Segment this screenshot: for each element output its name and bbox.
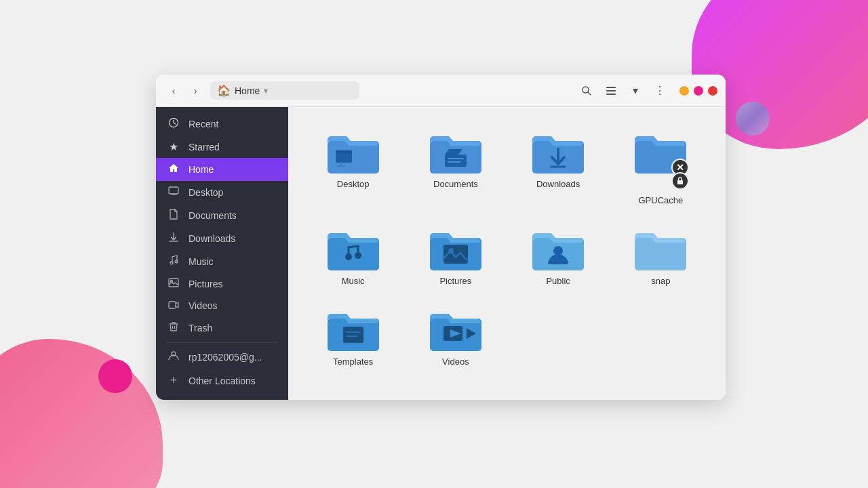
- view-icon: [606, 85, 616, 96]
- chevron-down-icon: ▾: [264, 86, 268, 96]
- sidebar-label-music: Music: [189, 256, 214, 267]
- folder-gpucache-label: GPUCache: [639, 195, 684, 205]
- folder-documents-icon: [429, 130, 483, 175]
- sidebar-item-videos[interactable]: Videos: [156, 295, 288, 317]
- folder-documents[interactable]: Documents: [407, 121, 504, 212]
- home-icon: 🏠: [217, 84, 231, 97]
- folder-pictures[interactable]: Pictures: [407, 218, 504, 293]
- folder-snap-icon: [633, 227, 688, 272]
- svg-rect-39: [635, 238, 686, 270]
- sidebar-item-starred[interactable]: ★ Starred: [156, 136, 288, 158]
- search-button[interactable]: [576, 81, 597, 101]
- lock-badge: [671, 172, 689, 190]
- pictures-icon: [167, 278, 180, 290]
- svg-rect-2: [606, 87, 616, 88]
- sidebar-label-trash: Trash: [189, 323, 212, 333]
- view-options-button[interactable]: ▾: [625, 81, 646, 101]
- sidebar-label-videos: Videos: [189, 300, 218, 311]
- svg-rect-14: [169, 302, 176, 308]
- folder-music-icon: [326, 227, 380, 272]
- sidebar-item-downloads[interactable]: Downloads: [156, 227, 288, 250]
- back-button[interactable]: ‹: [164, 81, 183, 100]
- main-content: Desktop Documents: [288, 107, 726, 400]
- folder-gpucache-icon: ✕: [633, 130, 688, 175]
- svg-line-1: [588, 92, 591, 95]
- sidebar-item-recent[interactable]: Recent: [156, 113, 288, 136]
- sidebar-item-desktop[interactable]: Desktop: [156, 181, 288, 204]
- maximize-button[interactable]: [694, 86, 703, 96]
- more-button[interactable]: ⋮: [650, 81, 670, 101]
- svg-rect-31: [328, 238, 379, 270]
- view-toggle-button[interactable]: [601, 81, 621, 101]
- forward-button[interactable]: ›: [186, 81, 205, 100]
- folder-templates-label: Templates: [333, 357, 373, 367]
- sidebar-label-pictures: Pictures: [189, 279, 223, 289]
- desktop-icon: [167, 186, 180, 199]
- downloads-icon: [167, 232, 180, 245]
- recent-icon: [167, 117, 180, 131]
- minimize-button[interactable]: [679, 86, 689, 96]
- folder-videos[interactable]: Videos: [407, 298, 504, 373]
- titlebar: ‹ › 🏠 Home ▾ ▾ ⋮: [156, 75, 726, 107]
- sidebar-label-account: rp12062005@g...: [189, 352, 262, 363]
- sidebar-item-pictures[interactable]: Pictures: [156, 273, 288, 295]
- svg-point-10: [170, 262, 173, 264]
- sidebar-item-other[interactable]: + Other Locations: [156, 369, 288, 392]
- folder-desktop-label: Desktop: [337, 179, 370, 189]
- bg-blob-bottom-left: [0, 339, 163, 488]
- folder-videos-label: Videos: [442, 357, 469, 367]
- sidebar-label-recent: Recent: [189, 119, 218, 129]
- sidebar-label-starred: Starred: [189, 142, 220, 152]
- trash-icon: [167, 321, 180, 335]
- svg-rect-6: [169, 187, 178, 194]
- lock-icon: [675, 176, 685, 186]
- close-button[interactable]: [708, 86, 717, 96]
- sidebar-label-downloads: Downloads: [189, 233, 235, 244]
- svg-rect-20: [336, 150, 352, 152]
- dot-pink: [98, 359, 132, 393]
- home-nav-icon: [167, 163, 180, 176]
- svg-rect-18: [328, 141, 379, 174]
- sidebar-item-home[interactable]: Home: [156, 158, 288, 181]
- folder-grid: Desktop Documents: [304, 121, 709, 373]
- folder-desktop-icon: [326, 130, 380, 175]
- folder-templates-icon: [326, 308, 380, 352]
- star-icon: ★: [167, 140, 180, 153]
- sidebar-divider: [167, 342, 277, 343]
- folder-downloads[interactable]: Downloads: [510, 121, 607, 212]
- folder-music[interactable]: Music: [304, 218, 401, 293]
- folder-desktop[interactable]: Desktop: [304, 121, 401, 212]
- folder-gpucache[interactable]: ✕ GPUCache: [612, 121, 709, 212]
- account-icon: [167, 350, 180, 364]
- folder-music-label: Music: [342, 276, 365, 286]
- svg-point-38: [553, 246, 563, 256]
- sidebar-item-documents[interactable]: Documents: [156, 204, 288, 227]
- svg-rect-24: [445, 155, 467, 167]
- dot-purple: [736, 102, 770, 136]
- svg-rect-41: [343, 327, 363, 343]
- breadcrumb[interactable]: 🏠 Home ▾: [210, 81, 359, 100]
- window-body: Recent ★ Starred Home Desktop: [156, 107, 726, 400]
- svg-point-11: [175, 260, 178, 263]
- music-icon: [167, 255, 180, 268]
- svg-point-32: [345, 253, 352, 260]
- folder-downloads-label: Downloads: [536, 179, 580, 189]
- folder-snap[interactable]: snap: [612, 218, 709, 293]
- nav-buttons: ‹ ›: [164, 81, 205, 100]
- folder-public-icon: [531, 227, 585, 272]
- file-manager-window: ‹ › 🏠 Home ▾ ▾ ⋮: [156, 75, 726, 400]
- sidebar: Recent ★ Starred Home Desktop: [156, 107, 288, 400]
- svg-rect-4: [606, 94, 616, 95]
- folder-templates[interactable]: Templates: [304, 298, 401, 373]
- sidebar-item-music[interactable]: Music: [156, 250, 288, 273]
- sidebar-label-other: Other Locations: [189, 375, 256, 386]
- folder-public[interactable]: Public: [510, 218, 607, 293]
- svg-point-33: [355, 252, 361, 259]
- window-controls: [679, 86, 717, 96]
- sidebar-item-trash[interactable]: Trash: [156, 317, 288, 340]
- svg-rect-3: [606, 90, 616, 92]
- folder-pictures-icon: [429, 227, 483, 272]
- sidebar-item-account[interactable]: rp12062005@g...: [156, 346, 288, 369]
- add-icon: +: [167, 373, 180, 388]
- sidebar-label-documents: Documents: [189, 210, 237, 221]
